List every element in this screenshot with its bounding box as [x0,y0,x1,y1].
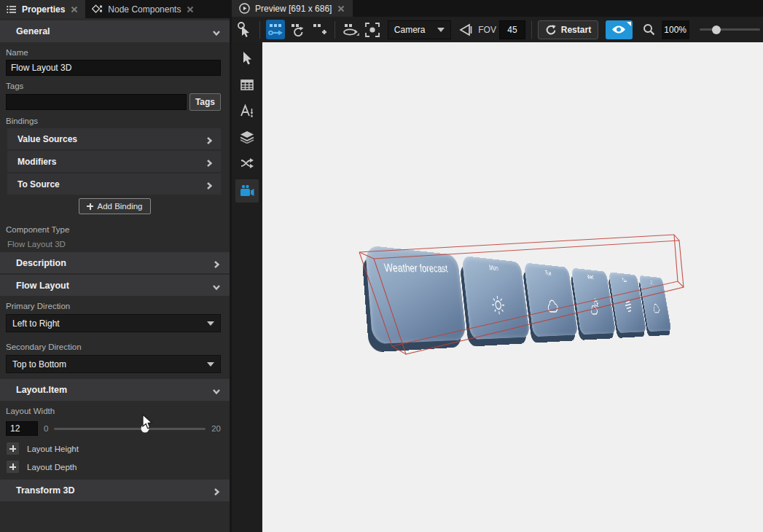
cloud-icon [544,295,561,316]
section-general[interactable]: General [0,20,230,42]
list-icon [7,5,17,14]
day-tile-mon[interactable]: Mon [461,256,530,340]
flow-layout-3d-object[interactable]: Weather forecast Mon [365,245,672,344]
visibility-toggle-button[interactable] [606,20,632,39]
component-type-value: Flow Layout 3D [0,237,230,250]
orbit-nodes-tool-button[interactable] [341,20,360,39]
secondary-direction-label: Secondary Direction [0,337,230,354]
secondary-direction-select[interactable]: Top to Bottom [6,355,221,373]
tab-properties[interactable]: Properties [0,0,85,18]
branch-tool-button[interactable] [235,153,259,173]
layout-width-slider[interactable] [54,428,206,430]
toolbar-divider [531,21,532,39]
text-node-icon [240,104,254,117]
to-source-row[interactable]: To Source [7,173,221,195]
chevron-down-icon [212,27,221,36]
close-icon[interactable] [337,4,345,13]
layout-width-input[interactable] [6,421,38,436]
section-description[interactable]: Description [0,252,230,273]
application-window: Properties Node Components General Name … [0,0,763,532]
slider-min-label: 0 [44,424,48,433]
add-layout-height-button[interactable] [6,442,20,455]
zoom-tool-button[interactable] [640,20,659,39]
primary-direction-label: Primary Direction [0,296,230,313]
add-layout-depth-button[interactable] [6,460,20,474]
play-circle-icon [239,3,250,14]
primary-direction-select[interactable]: Left to Right [6,314,221,332]
chevron-right-icon [205,157,214,166]
restart-button[interactable]: Restart [538,20,598,39]
name-label: Name [0,42,230,60]
preview-toolbar: Camera FOV Restart [232,17,763,42]
name-input[interactable] [6,60,221,76]
toolbar-divider [259,21,260,39]
preview-zoom-slider[interactable] [700,28,760,31]
modifiers-row[interactable]: Modifiers [7,151,221,172]
layers-icon [240,130,254,144]
section-transform-3d[interactable]: Transform 3D [0,480,230,501]
close-icon[interactable] [186,5,195,14]
chevron-right-icon [212,486,221,495]
plus-icon [9,445,16,452]
layout-width-label: Layout Width [0,401,230,418]
day-tile-tue[interactable]: Tue [524,262,579,337]
chevron-right-icon [205,135,214,144]
select-tool-button[interactable] [235,48,259,69]
plus-icon [87,203,93,210]
tags-button[interactable]: Tags [189,93,221,111]
layout-height-label: Layout Height [27,445,79,453]
tab-node-components-label: Node Components [108,4,181,15]
add-node-tool-button[interactable] [310,20,329,39]
table-icon [240,79,254,90]
restart-icon [545,24,557,36]
layers-tool-button[interactable] [235,127,259,147]
tab-properties-label: Properties [22,4,65,15]
slider-thumb[interactable] [712,26,721,34]
sun-cloud-icon [588,297,602,316]
video-camera-icon [239,184,255,197]
section-layout-item[interactable]: Layout.Item [0,379,230,401]
dropdown-arrow-icon [207,362,214,367]
nodes-orbit-icon [342,23,359,37]
focus-tool-button[interactable] [363,20,382,39]
eye-icon [611,25,626,34]
tab-node-components[interactable]: Node Components [85,0,201,18]
magnifier-icon [643,23,655,36]
camera-mode-button[interactable] [235,179,259,203]
nodes-arrow-icon [267,23,283,37]
close-icon[interactable] [70,5,79,14]
preview-tool-strip [232,42,262,532]
text-tool-button[interactable] [235,101,259,121]
toolbar-divider [334,21,335,39]
tab-preview[interactable]: Preview [691 x 686] [232,0,353,17]
add-binding-button[interactable]: Add Binding [79,198,150,214]
chevron-down-icon [212,281,221,290]
nodes-rotate-icon [289,23,305,37]
layout-depth-label: Layout Depth [27,463,77,472]
interact-tool-button[interactable] [235,20,254,39]
analyze-nodes-tool-button[interactable] [266,20,285,39]
value-sources-row[interactable]: Value Sources [7,128,221,149]
zoom-percentage[interactable]: 100% [662,20,689,39]
dropdown-arrow-icon [207,321,214,326]
interact-cursor-icon [237,22,251,38]
shuffle-icon [240,157,254,170]
preview-canvas[interactable]: Weather forecast Mon [262,42,763,532]
section-flow-layout[interactable]: Flow Layout [0,275,230,296]
fov-label: FOV [478,25,496,35]
properties-panel: Properties Node Components General Name … [0,0,230,532]
weather-forecast-label: Weather forecast [383,260,449,276]
focus-frame-icon [364,22,380,38]
slider-max-label: 20 [211,424,221,433]
camera-select[interactable]: Camera [388,20,451,39]
cloud-icon [651,300,661,316]
nodes-plus-icon [311,23,327,37]
left-tabbar: Properties Node Components [0,0,230,18]
reset-nodes-tool-button[interactable] [288,20,307,39]
grid-list-tool-button[interactable] [235,74,259,95]
tags-input[interactable] [6,94,187,110]
weather-forecast-tile[interactable]: Weather forecast [365,245,466,344]
slider-thumb[interactable] [141,425,149,433]
fov-input[interactable] [499,20,525,39]
component-type-label: Component Type [0,219,230,237]
